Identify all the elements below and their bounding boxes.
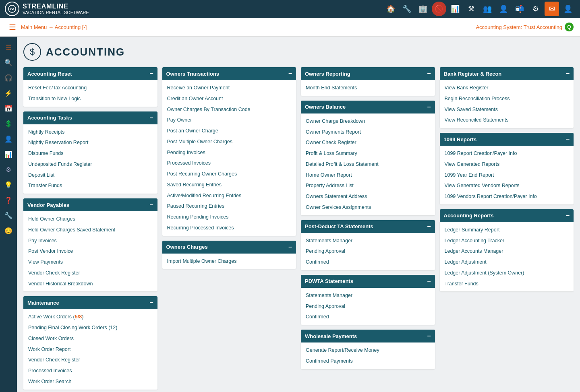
saved-recurring-entries[interactable]: Saved Recurring Entries bbox=[162, 179, 296, 190]
vendor-historical-breakdown[interactable]: Vendor Historical Breakdown bbox=[23, 279, 157, 289]
closed-work-orders[interactable]: Closed Work Orders bbox=[23, 333, 157, 344]
view-payments[interactable]: View Payments bbox=[23, 257, 157, 268]
deposit-list[interactable]: Deposit List bbox=[23, 170, 157, 181]
vendor-check-register[interactable]: Vendor Check Register bbox=[23, 268, 157, 279]
held-owner-charges[interactable]: Held Owner Charges bbox=[23, 214, 157, 225]
ledger-adjustment[interactable]: Ledger Adjustment bbox=[440, 257, 574, 268]
recurring-pending-invoices[interactable]: Recurring Pending Invoices bbox=[162, 212, 296, 223]
transfer-funds-reports[interactable]: Transfer Funds bbox=[440, 279, 574, 289]
user-nav-icon[interactable]: 👤 bbox=[561, 2, 575, 16]
active-modified-recurring[interactable]: Active/Modified Recurring Entries bbox=[162, 190, 296, 201]
post-multiple-owner-charges[interactable]: Post Multiple Owner Charges bbox=[162, 136, 296, 147]
reset-fee-tax[interactable]: Reset Fee/Tax Accounting bbox=[23, 83, 157, 93]
owner-charge-breakdown[interactable]: Owner Charge Breakdown bbox=[301, 116, 435, 127]
owner-charges-by-transaction[interactable]: Owner Charges By Transaction Code bbox=[162, 104, 296, 115]
breadcrumb[interactable]: Main Menu → Accounting [-] bbox=[21, 24, 87, 30]
paused-recurring-entries[interactable]: Paused Recurring Entries bbox=[162, 201, 296, 212]
headset-sidebar-icon[interactable]: 🎧 bbox=[1, 70, 16, 85]
pay-invoices[interactable]: Pay Invoices bbox=[23, 235, 157, 246]
maintenance-collapse[interactable]: − bbox=[149, 299, 153, 306]
begin-reconciliation[interactable]: Begin Reconciliation Process bbox=[440, 93, 574, 104]
view-bank-register[interactable]: View Bank Register bbox=[440, 83, 574, 93]
envelope-nav-icon[interactable]: ✉ bbox=[545, 2, 559, 16]
wholesale-payments-collapse[interactable]: − bbox=[427, 333, 431, 339]
mail-nav-icon[interactable]: 📬 bbox=[512, 2, 527, 16]
lightning-sidebar-icon[interactable]: ⚡ bbox=[1, 86, 16, 100]
owner-check-register[interactable]: Owner Check Register bbox=[301, 137, 435, 148]
ledger-accounts-manager[interactable]: Ledger Accounts Manager bbox=[440, 246, 574, 257]
nightly-reservation-report[interactable]: Nightly Reservation Report bbox=[23, 137, 157, 148]
month-end-statements[interactable]: Month End Statements bbox=[301, 83, 435, 93]
accounting-reports-collapse[interactable]: − bbox=[566, 213, 570, 219]
confirmed-pdwta[interactable]: Confirmed bbox=[301, 312, 435, 322]
phone-nav-icon[interactable]: 🚫 bbox=[432, 2, 446, 16]
1099-reports-collapse[interactable]: − bbox=[566, 136, 570, 142]
person-nav-icon[interactable]: 👤 bbox=[496, 2, 511, 16]
property-address-list[interactable]: Property Address List bbox=[301, 180, 435, 191]
pending-invoices[interactable]: Pending Invoices bbox=[162, 147, 296, 158]
barchart-sidebar-icon[interactable]: 📊 bbox=[1, 147, 16, 161]
undeposited-funds-register[interactable]: Undeposited Funds Register bbox=[23, 159, 157, 170]
detailed-profit-loss[interactable]: Detailed Profit & Loss Statement bbox=[301, 159, 435, 170]
pending-final-closing[interactable]: Pending Final Closing Work Orders (12) bbox=[23, 322, 157, 333]
home-owner-report[interactable]: Home Owner Report bbox=[301, 170, 435, 181]
vendor-payables-collapse[interactable]: − bbox=[149, 202, 153, 208]
owner-payments-report[interactable]: Owner Payments Report bbox=[301, 127, 435, 138]
work-order-search[interactable]: Work Order Search bbox=[23, 376, 157, 387]
ledger-adjustment-system-owner[interactable]: Ledger Adjustment (System Owner) bbox=[440, 268, 574, 279]
work-order-report[interactable]: Work Order Report bbox=[23, 344, 157, 355]
import-multiple-owner-charges[interactable]: Import Multiple Owner Charges bbox=[162, 256, 296, 267]
owners-reporting-collapse[interactable]: − bbox=[427, 70, 431, 77]
person-sidebar-icon[interactable]: 👤 bbox=[1, 132, 16, 146]
settings-sidebar-icon[interactable]: 🔧 bbox=[1, 208, 16, 223]
search-sidebar-icon[interactable]: 🔍 bbox=[1, 55, 16, 70]
smiley-sidebar-icon[interactable]: 😊 bbox=[1, 223, 16, 238]
confirmed-ta[interactable]: Confirmed bbox=[301, 257, 435, 268]
accounting-tasks-collapse[interactable]: − bbox=[149, 115, 153, 121]
ledger-accounting-tracker[interactable]: Ledger Accounting Tracker bbox=[440, 235, 574, 246]
processed-invoices[interactable]: Processed Invoices bbox=[162, 158, 296, 169]
post-vendor-invoice[interactable]: Post Vendor Invoice bbox=[23, 246, 157, 257]
pending-approval-pdwta[interactable]: Pending Approval bbox=[301, 301, 435, 312]
pending-approval-ta[interactable]: Pending Approval bbox=[301, 246, 435, 257]
receive-owner-payment[interactable]: Receive an Owner Payment bbox=[162, 83, 296, 93]
menu-sidebar-icon[interactable]: ☰ bbox=[1, 40, 16, 54]
accounting-reset-collapse[interactable]: − bbox=[149, 70, 153, 77]
credit-owner-account[interactable]: Credit an Owner Account bbox=[162, 93, 296, 104]
owners-balance-collapse[interactable]: − bbox=[427, 104, 431, 110]
statements-manager-pdwta[interactable]: Statements Manager bbox=[301, 290, 435, 301]
generate-report-receive-money[interactable]: Generate Report/Receive Money bbox=[301, 345, 435, 356]
profit-loss-summary[interactable]: Profit & Loss Summary bbox=[301, 148, 435, 159]
dollar-sidebar-icon[interactable]: 💲 bbox=[1, 116, 16, 131]
post-deduct-ta-collapse[interactable]: − bbox=[427, 223, 431, 230]
held-owner-charges-saved[interactable]: Held Owner Charges Saved Statement bbox=[23, 225, 157, 235]
calendar-sidebar-icon[interactable]: 📅 bbox=[1, 101, 16, 116]
processed-invoices-maint[interactable]: Processed Invoices bbox=[23, 365, 157, 376]
pdwta-statements-collapse[interactable]: − bbox=[427, 278, 431, 285]
view-reconciled-statements[interactable]: View Reconciled Statements bbox=[440, 115, 574, 126]
view-saved-statements[interactable]: View Saved Statements bbox=[440, 104, 574, 115]
nightly-receipts[interactable]: Nightly Receipts bbox=[23, 127, 157, 138]
ledger-summary-report[interactable]: Ledger Summary Report bbox=[440, 225, 574, 235]
quickbooks-icon[interactable]: Q bbox=[565, 23, 574, 31]
owner-services-assignments[interactable]: Owner Services Assignments bbox=[301, 202, 435, 213]
disburse-funds[interactable]: Disburse Funds bbox=[23, 148, 157, 159]
1099-report-creation[interactable]: 1099 Report Creation/Payer Info bbox=[440, 148, 574, 159]
recurring-processed-invoices[interactable]: Recurring Processed Invoices bbox=[162, 223, 296, 233]
transition-new-logic[interactable]: Transition to New Logic bbox=[23, 93, 157, 104]
1099-vendors-report-creation[interactable]: 1099 Vendors Report Creation/Payer Info bbox=[440, 191, 574, 202]
building-nav-icon[interactable]: 🏢 bbox=[416, 2, 430, 16]
gear-nav-icon[interactable]: ⚙ bbox=[528, 2, 543, 16]
pay-owner[interactable]: Pay Owner bbox=[162, 115, 296, 126]
confirmed-payments[interactable]: Confirmed Payments bbox=[301, 356, 435, 367]
chart-nav-icon[interactable]: 📊 bbox=[448, 2, 462, 16]
owners-charges-collapse[interactable]: − bbox=[288, 244, 292, 250]
tools-nav-icon[interactable]: ⚒ bbox=[464, 2, 478, 16]
1099-year-end-report[interactable]: 1099 Year End Report bbox=[440, 170, 574, 181]
gear-sidebar-icon[interactable]: ⚙ bbox=[1, 162, 16, 177]
question-sidebar-icon[interactable]: ❓ bbox=[1, 193, 16, 207]
wrench-nav-icon[interactable]: 🔧 bbox=[400, 2, 414, 16]
active-work-orders[interactable]: Active Work Orders (5/8) bbox=[23, 312, 157, 322]
owners-transactions-collapse[interactable]: − bbox=[288, 70, 292, 77]
statements-manager-ta[interactable]: Statements Manager bbox=[301, 235, 435, 246]
